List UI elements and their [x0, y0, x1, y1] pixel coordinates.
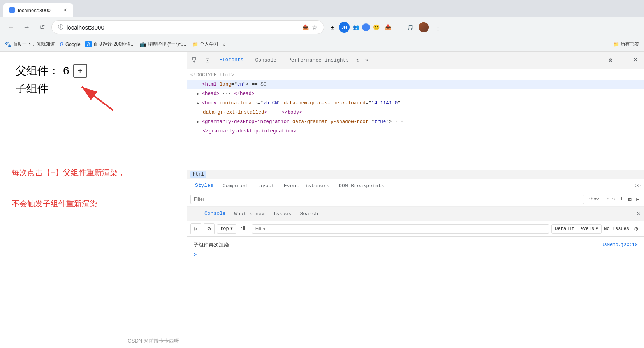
cast-icon: 📤	[302, 24, 309, 30]
context-selector[interactable]: top ▼	[217, 224, 236, 234]
hov-button[interactable]: :hov	[586, 196, 601, 203]
all-bookmarks[interactable]: 📁 所有书签	[613, 41, 639, 47]
dollar-zero: $0	[260, 82, 266, 87]
console-settings-button[interactable]: ⚙	[632, 224, 641, 234]
baidu-icon: 🐾	[5, 41, 11, 47]
back-button[interactable]: ←	[5, 21, 17, 33]
elements-panel: <!DOCTYPE html> ··· <html lang="en"> == …	[187, 69, 644, 170]
equals-sign: ==	[252, 82, 261, 87]
console-prompt[interactable]: >	[194, 250, 638, 258]
bookmark-icon[interactable]: ☆	[312, 24, 317, 31]
devtools-tab-more[interactable]: »	[360, 53, 374, 67]
bookmark-baidu[interactable]: 🐾 百度一下，你就知道	[5, 41, 55, 47]
more-options-button[interactable]: ⋮	[432, 21, 444, 33]
devtools-close-icon[interactable]: ×	[630, 55, 641, 66]
download-ext-icon[interactable]: 📥	[382, 22, 393, 33]
styles-tab-styles[interactable]: Styles	[190, 179, 218, 192]
context-label: top	[220, 226, 229, 232]
bookmark-bilibili-label: 哔哩哔哩 (°ー°)つ...	[148, 41, 188, 47]
levels-label: Default levels	[555, 226, 594, 232]
browser-tab[interactable]: l localhost:3000 ×	[3, 3, 73, 17]
head-triangle: ▶	[197, 92, 199, 96]
toggle-sidebar-button[interactable]: ⊢	[635, 195, 641, 204]
devtools-inspect-icon[interactable]	[190, 55, 201, 66]
profile-icon[interactable]	[419, 22, 429, 32]
face-ext-icon[interactable]: 😐	[371, 22, 382, 33]
breadcrumb-html[interactable]: html	[190, 171, 206, 178]
dots-icon: ···	[190, 82, 199, 87]
console-tabs: ⋮ Console What's new Issues Search ×	[187, 207, 644, 221]
devtools-settings-icon[interactable]: ⚙	[605, 55, 616, 66]
add-style-button[interactable]: +	[618, 195, 625, 204]
devtools-tab-console[interactable]: Console	[250, 53, 282, 67]
html-line[interactable]: ··· <html lang="en"> == $0	[187, 80, 644, 89]
console-log-link[interactable]: usMemo.jsx:19	[601, 242, 638, 248]
address-text: localhost:3000	[67, 24, 299, 31]
bookmark-personal[interactable]: 📁 个人学习	[192, 41, 218, 47]
watermark: CSDN @前端卡卡西呀	[128, 337, 179, 344]
clear-console-button[interactable]: ⊘	[204, 223, 215, 234]
bookmarks-more-icon[interactable]: »	[223, 42, 226, 47]
lang-attr: lang	[220, 82, 231, 87]
bilibili-icon: 📺	[139, 41, 146, 47]
devtools-tab-elements[interactable]: Elements	[214, 53, 249, 67]
body-line[interactable]: ▶ <body monica-locale="zh_CN" data-new-g…	[187, 98, 644, 108]
copy-style-button[interactable]: ⊡	[626, 195, 633, 204]
body-tag: <body	[202, 100, 217, 106]
body-line2[interactable]: data-gr-ext-installed> ··· </body>	[187, 108, 644, 117]
grammarly-triangle: ▶	[197, 120, 199, 124]
bookmark-bilibili[interactable]: 📺 哔哩哔哩 (°ー°)つ...	[139, 41, 188, 47]
bookmark-fanyi[interactable]: 译 百度翻译-200种语...	[85, 41, 135, 47]
all-bookmarks-label: 所有书签	[621, 41, 639, 47]
head-close: </head>	[234, 91, 255, 97]
doctype-text: <!DOCTYPE html>	[190, 72, 234, 78]
console-tab-issues[interactable]: Issues	[269, 208, 296, 220]
live-expressions-button[interactable]: 👁	[239, 223, 250, 234]
tab-title: localhost:3000	[18, 7, 60, 13]
address-bar[interactable]: ⓘ localhost:3000 📤 ☆	[51, 20, 324, 34]
default-levels-button[interactable]: Default levels ▼	[551, 224, 602, 234]
bookmark-google[interactable]: G Google	[60, 41, 81, 47]
console-tab-search[interactable]: Search	[296, 208, 322, 220]
console-toolbar: ▷ ⊘ top ▼ 👁 Default levels ▼ No Issues ⚙	[187, 221, 644, 237]
nav-bar: ← → ↺ ⓘ localhost:3000 📤 ☆ ⊞ JH 👥 😐 📥 🎵 …	[0, 17, 644, 37]
console-close-icon[interactable]: ×	[637, 210, 641, 218]
levels-dropdown-icon: ▼	[596, 227, 598, 231]
console-menu-icon[interactable]: ⋮	[190, 209, 200, 220]
styles-tab-computed[interactable]: Computed	[218, 180, 252, 192]
styles-tab-layout[interactable]: Layout	[252, 180, 279, 192]
console-tab-console[interactable]: Console	[201, 207, 230, 220]
forward-button[interactable]: →	[20, 21, 33, 33]
tab-favicon: l	[9, 7, 15, 13]
jh-ext-icon[interactable]: JH	[339, 22, 350, 33]
doctype-line: <!DOCTYPE html>	[187, 70, 644, 80]
styles-filter-input[interactable]	[190, 195, 584, 204]
grammarly-line[interactable]: ▶ <grammarly-desktop-integration data-gr…	[187, 117, 644, 127]
styles-tab-event-listeners[interactable]: Event Listeners	[279, 180, 334, 192]
devtools-more-icon[interactable]: ⋮	[618, 55, 628, 66]
grammarly-close-line[interactable]: </grammarly-desktop-integration>	[187, 127, 644, 136]
tab-bar: l localhost:3000 ×	[0, 0, 644, 17]
head-line[interactable]: ▶ <head> ··· </head>	[187, 89, 644, 98]
arrow-annotation	[70, 79, 117, 120]
parent-component-label: 父组件：	[16, 63, 59, 78]
apps-icon[interactable]: ⊞	[327, 22, 338, 33]
cls-button[interactable]: .cls	[602, 196, 617, 203]
media-icon[interactable]: 🎵	[405, 22, 415, 33]
people-ext-icon[interactable]: 👥	[350, 22, 361, 33]
styles-tab-dom-breakpoints[interactable]: DOM Breakpoints	[334, 180, 389, 192]
tab-close-icon[interactable]: ×	[63, 7, 67, 14]
console-tab-whatsnew[interactable]: What's new	[231, 208, 269, 220]
blue-circle-icon[interactable]	[362, 23, 370, 31]
devtools-tab-performance[interactable]: Performance insights	[283, 53, 354, 67]
security-icon: ⓘ	[58, 24, 63, 31]
plus-button[interactable]: +	[73, 64, 87, 78]
console-filter-input[interactable]	[252, 224, 549, 234]
sidebar-toggle-button[interactable]: ▷	[190, 223, 201, 234]
styles-tabs-more[interactable]: >>	[635, 183, 641, 189]
annotation-line2	[12, 180, 125, 196]
filter-actions: :hov .cls + ⊡ ⊢	[586, 195, 641, 204]
reload-button[interactable]: ↺	[36, 21, 48, 33]
devtools-device-icon[interactable]: ⊡	[202, 55, 213, 66]
data-gr-attr: data-gr-ext-installed	[203, 110, 264, 115]
